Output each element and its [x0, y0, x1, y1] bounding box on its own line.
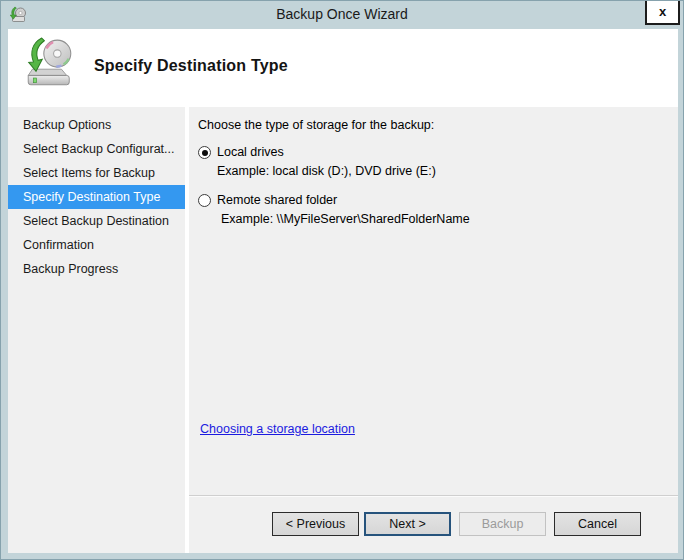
- cancel-button[interactable]: Cancel: [554, 512, 641, 536]
- storage-type-prompt: Choose the type of storage for the backu…: [198, 118, 434, 132]
- wizard-button-row: < Previous Next > Backup Cancel: [189, 512, 678, 536]
- remote-shared-folder-example: Example: \\MyFileServer\SharedFolderName: [221, 212, 470, 226]
- local-drives-label[interactable]: Local drives: [217, 145, 284, 159]
- wizard-body: Backup Options Select Backup Configurat.…: [8, 107, 678, 553]
- sidebar-item-select-items-for-backup[interactable]: Select Items for Backup: [8, 161, 185, 185]
- sidebar-item-select-backup-destination[interactable]: Select Backup Destination: [8, 209, 185, 233]
- sidebar-item-backup-progress[interactable]: Backup Progress: [8, 257, 185, 281]
- sidebar-item-specify-destination-type[interactable]: Specify Destination Type: [8, 185, 185, 209]
- next-button[interactable]: Next >: [364, 512, 451, 536]
- local-drives-example: Example: local disk (D:), DVD drive (E:): [217, 164, 436, 178]
- wizard-header: Specify Destination Type: [8, 29, 678, 107]
- window-title: Backup Once Wizard: [1, 6, 683, 22]
- footer-separator: [189, 495, 678, 497]
- choosing-storage-location-link[interactable]: Choosing a storage location: [200, 422, 355, 436]
- backup-button[interactable]: Backup: [459, 512, 546, 536]
- wizard-dialog: Specify Destination Type Backup Options …: [8, 29, 678, 553]
- remote-shared-folder-label[interactable]: Remote shared folder: [217, 193, 337, 207]
- wizard-steps-sidebar: Backup Options Select Backup Configurat.…: [8, 107, 185, 553]
- sidebar-item-backup-options[interactable]: Backup Options: [8, 113, 185, 137]
- sidebar-item-confirmation[interactable]: Confirmation: [8, 233, 185, 257]
- previous-button[interactable]: < Previous: [272, 512, 359, 536]
- title-bar[interactable]: Backup Once Wizard x: [1, 1, 683, 29]
- sidebar-item-select-backup-configuration[interactable]: Select Backup Configurat...: [8, 137, 185, 161]
- destination-type-pane: Choose the type of storage for the backu…: [189, 107, 678, 553]
- close-button[interactable]: x: [645, 1, 680, 25]
- remote-shared-folder-radio[interactable]: [198, 194, 211, 207]
- local-drives-radio[interactable]: [198, 146, 211, 159]
- backup-drive-icon: [22, 35, 76, 93]
- backup-once-wizard-window: Backup Once Wizard x: [0, 0, 684, 560]
- page-title: Specify Destination Type: [94, 57, 288, 75]
